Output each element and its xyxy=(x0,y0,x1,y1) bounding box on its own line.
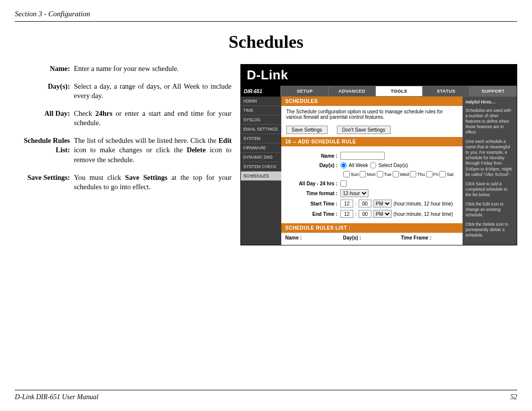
label-save: Save Settings: xyxy=(15,173,74,192)
lbl-timeformat: Time format : xyxy=(286,191,340,196)
field-descriptions: Name: Enter a name for your new schedule… xyxy=(15,64,232,245)
center-panel: SCHEDULES The Schedule configuration opt… xyxy=(281,97,463,245)
desc-rules: The list of schedules will be listed her… xyxy=(74,136,232,165)
tab-tools[interactable]: TOOLS xyxy=(375,86,423,97)
nav-firmware[interactable]: FIRMWARE xyxy=(241,143,281,153)
chk-mon[interactable] xyxy=(360,171,366,177)
chk-fri[interactable] xyxy=(426,171,432,177)
model-label: DIR-651 xyxy=(241,86,281,97)
tab-setup[interactable]: SETUP xyxy=(281,86,329,97)
hints-panel: Helpful Hints… Schedules are used with a… xyxy=(463,97,517,245)
lbl-end: End Time : xyxy=(286,211,340,217)
section-schedules-desc: The Schedule configuration option is use… xyxy=(281,106,463,123)
nav-syscheck[interactable]: SYSTEM CHECK xyxy=(241,162,281,171)
section-list-head: SCHEDULE RULES LIST : xyxy=(281,223,463,233)
end-ap[interactable]: PM xyxy=(373,210,392,218)
hints-title: Helpful Hints… xyxy=(466,100,514,105)
end-hh[interactable] xyxy=(340,210,353,218)
hints-p1: Schedules are used with a number of othe… xyxy=(466,108,514,135)
start-hint: (hour:minute, 12 hour time) xyxy=(394,201,453,206)
label-rules: Schedule Rules List: xyxy=(15,136,74,165)
end-mm[interactable] xyxy=(359,210,371,218)
section-header: Section 3 - Configuration xyxy=(15,10,517,22)
nav-time[interactable]: TIME xyxy=(241,106,281,115)
dont-save-button[interactable]: Don't Save Settings xyxy=(337,126,391,134)
col-name: Name : xyxy=(285,235,343,240)
nav-schedules[interactable]: SCHEDULES xyxy=(241,171,281,181)
desc-save: You must click Save Settings at the top … xyxy=(74,173,232,192)
chk-sat[interactable] xyxy=(439,171,446,177)
desc-name: Enter a name for your new schedule. xyxy=(74,64,232,74)
label-allday: All Day: xyxy=(15,109,74,128)
label-days: Day(s): xyxy=(15,82,74,101)
chk-allday[interactable] xyxy=(340,180,347,187)
save-settings-button[interactable]: Save Settings xyxy=(286,126,328,134)
nav-email[interactable]: EMAIL SETTINGS xyxy=(241,125,281,134)
router-screenshot: D-Link DIR-651 SETUP ADVANCED TOOLS STAT… xyxy=(240,64,517,245)
sel-timeformat[interactable]: 12-hour xyxy=(340,189,368,197)
radio-allweek[interactable] xyxy=(340,162,347,169)
hints-p2: Give each schedule a name that is meanin… xyxy=(466,139,514,177)
start-hh[interactable] xyxy=(340,200,353,207)
input-name[interactable] xyxy=(340,152,385,160)
col-days: Day(s) : xyxy=(343,235,400,240)
tab-support[interactable]: SUPPORT xyxy=(469,86,517,97)
nav-syslog[interactable]: SYSLOG xyxy=(241,115,281,125)
list-columns: Name : Day(s) : Time Frame : xyxy=(281,233,463,242)
hints-p4: Click the Edit icon to change an existin… xyxy=(466,202,514,218)
days-checkboxes: Sun Mon Tue Wed Thu Fri Sat xyxy=(343,171,458,177)
txt-allweek: All Week xyxy=(349,163,368,168)
radio-selectdays[interactable] xyxy=(370,162,376,169)
hints-p3: Click Save to add a completed schedule t… xyxy=(466,181,514,198)
txt-selectdays: Select Day(s) xyxy=(378,163,408,168)
hints-p5: Click the Delete icon to permanently del… xyxy=(466,222,514,238)
chk-sun[interactable] xyxy=(343,171,350,177)
lbl-allday: All Day - 24 hrs : xyxy=(286,181,340,186)
desc-days: Select a day, a range of days, or All We… xyxy=(74,82,232,101)
desc-allday: Check 24hrs or enter a start and end tim… xyxy=(74,109,232,128)
footer-right: 52 xyxy=(510,393,517,401)
col-tf: Time Frame : xyxy=(401,235,459,240)
lbl-start: Start Time : xyxy=(286,201,340,206)
section-add-head: 10 -- ADD SCHEDULE RULE xyxy=(281,137,463,146)
chk-thu[interactable] xyxy=(410,171,416,177)
lbl-days: Day(s) : xyxy=(286,163,340,168)
lbl-name: Name : xyxy=(286,153,340,159)
nav-admin[interactable]: ADMIN xyxy=(241,97,281,106)
tab-status[interactable]: STATUS xyxy=(423,86,470,97)
end-hint: (hour:minute, 12 hour time) xyxy=(394,211,453,217)
nav-system[interactable]: SYSTEM xyxy=(241,134,281,143)
chk-wed[interactable] xyxy=(393,171,399,177)
label-name: Name: xyxy=(15,64,74,74)
start-ap[interactable]: PM xyxy=(373,200,392,207)
chk-tue[interactable] xyxy=(377,171,383,177)
nav-ddns[interactable]: DYNAMIC DNS xyxy=(241,153,281,162)
start-mm[interactable] xyxy=(359,200,371,207)
tab-advanced[interactable]: ADVANCED xyxy=(329,86,376,97)
page-footer: D-Link DIR-651 User Manual 52 xyxy=(15,390,517,401)
section-schedules-head: SCHEDULES xyxy=(281,97,463,106)
side-nav: ADMIN TIME SYSLOG EMAIL SETTINGS SYSTEM … xyxy=(241,97,281,245)
footer-left: D-Link DIR-651 User Manual xyxy=(15,393,99,401)
brand-logo: D-Link xyxy=(241,65,517,86)
page-title: Schedules xyxy=(15,32,517,52)
